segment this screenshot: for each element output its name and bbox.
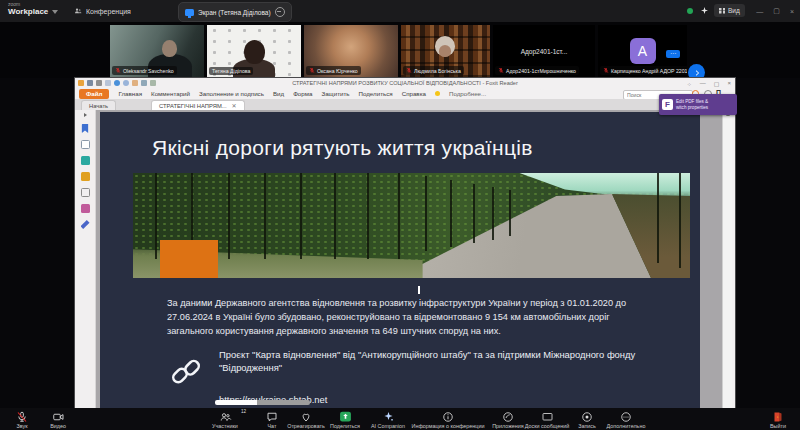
maximize-icon[interactable]: ▢: [773, 7, 780, 15]
video-tile[interactable]: Оксана Юрченко: [304, 25, 398, 77]
muted-mic-icon: [406, 67, 412, 74]
participant-name-plate: Карпищенко Андрій АДОР 2201: [600, 66, 687, 75]
screen-share-tab[interactable]: Экран (Тетяна Діділова): [178, 2, 292, 22]
file-menu-button[interactable]: Файл: [79, 89, 109, 99]
close-icon[interactable]: ×: [790, 8, 794, 15]
bookmarks-panel-icon[interactable]: [81, 124, 90, 133]
zoom-title-bar: zoom Workplace Конференция Экран (Тетяна…: [0, 0, 800, 23]
slide-paragraph: За даними Державного агентства відновлен…: [167, 296, 641, 338]
undo-icon[interactable]: [114, 80, 120, 86]
minimize-icon[interactable]: —: [756, 8, 763, 15]
road-photo: [133, 173, 690, 278]
mail-icon[interactable]: [105, 80, 111, 86]
participant-name: Оксана Юрченко: [317, 68, 358, 74]
record-label: Запись: [578, 423, 596, 429]
chevron-down-icon[interactable]: [52, 10, 58, 14]
restore-icon[interactable]: ▢: [714, 80, 720, 87]
window-controls: — ▢ ×: [756, 0, 794, 22]
menu-protect[interactable]: Защитить: [321, 90, 349, 97]
tile-more-options-button[interactable]: ⋯: [666, 50, 680, 58]
lightbulb-icon: [435, 91, 440, 96]
layout-icon[interactable]: ⁘: [687, 80, 692, 87]
menu-form[interactable]: Форма: [293, 90, 312, 97]
promo-text: Edit PDF files & witch properties: [676, 99, 708, 110]
heart-icon: [300, 411, 312, 423]
participants-button[interactable]: 12 Участники: [196, 410, 254, 429]
pdf-slide-page: Якісні дороги рятують життя українців За…: [100, 112, 700, 408]
vertical-scrollbar[interactable]: [722, 110, 732, 408]
collapse-arrow-icon[interactable]: [84, 113, 87, 117]
video-button[interactable]: Видео: [40, 410, 76, 429]
leave-button[interactable]: Выйти: [758, 410, 798, 429]
muted-mic-icon: [309, 67, 315, 74]
minimize-icon[interactable]: —: [700, 80, 706, 86]
sparkle-icon[interactable]: [701, 7, 708, 14]
menu-help[interactable]: Справка: [402, 90, 426, 97]
promo-line2: witch properties: [676, 105, 708, 110]
zoom-workplace-logo: zoom Workplace: [8, 2, 48, 16]
more-button[interactable]: Дополнительно: [602, 410, 650, 429]
video-tile[interactable]: Адор2401-1ст... Адор2401-1стМирошниченко: [493, 25, 595, 77]
video-tile-active-speaker[interactable]: Тетяна Діділова: [207, 25, 301, 77]
status-dot: [687, 8, 693, 14]
reactions-button-label: Отреагировать: [287, 423, 325, 429]
participants-icon: [219, 411, 232, 423]
video-tile[interactable]: Людмила Богінська: [401, 25, 490, 77]
participants-button-label: Участники: [212, 423, 238, 429]
meeting-info-button[interactable]: Информация о конференции: [410, 410, 486, 429]
open-icon[interactable]: [78, 80, 84, 86]
menu-home[interactable]: Главная: [118, 90, 142, 97]
whiteboard-icon: [541, 411, 554, 423]
meeting-info-label: Информация о конференции: [412, 423, 485, 429]
whiteboards-button[interactable]: Доски сообщений: [520, 410, 574, 429]
close-icon[interactable]: ×: [727, 80, 731, 86]
video-tile[interactable]: Oleksandr Savchenko: [110, 25, 204, 77]
muted-mic-icon: [498, 67, 504, 74]
more-hint-label[interactable]: Подробнее...: [449, 90, 486, 97]
window-title: СТРАТЕГІЧНІ НАПРЯМИ РОЗВИТКУ СОЦІАЛЬНОЇ …: [75, 78, 735, 88]
attachments-panel-icon[interactable]: [81, 188, 90, 197]
promo-popup[interactable]: F Edit PDF files & witch properties: [659, 94, 737, 115]
people-icon: [74, 7, 82, 15]
page-view-icon[interactable]: [150, 80, 156, 86]
slide-link-text: Проєкт "Карта відновлення" від "Антикору…: [219, 348, 661, 374]
participant-name: Тетяна Діділова: [212, 68, 250, 74]
redo-icon[interactable]: [123, 80, 129, 86]
chat-button-label: Чат: [268, 423, 277, 429]
menu-fill-sign[interactable]: Заполнение и подпись: [199, 90, 264, 97]
info-icon: [442, 411, 454, 423]
participants-count-badge: 12: [241, 410, 246, 415]
ai-companion-button[interactable]: AI Companion: [362, 410, 414, 429]
muted-mic-icon: [115, 67, 121, 74]
pages-panel-icon[interactable]: [81, 140, 90, 149]
view-button[interactable]: Вид: [714, 4, 745, 17]
screen-share-tab-label: Экран (Тетяна Діділова): [198, 9, 271, 16]
menu-view[interactable]: Вид: [273, 90, 284, 97]
ai-companion-label: AI Companion: [371, 423, 405, 429]
camera-icon: [52, 411, 65, 423]
hand-tool-icon[interactable]: [132, 80, 138, 86]
stamps-panel-icon[interactable]: [81, 204, 90, 213]
signature-panel-icon[interactable]: [81, 220, 90, 229]
grid-view-icon: [719, 8, 725, 14]
snapshot-icon[interactable]: [141, 80, 147, 86]
print-icon[interactable]: [96, 80, 102, 86]
quick-access-toolbar: [78, 80, 156, 86]
menu-comment[interactable]: Комментарий: [151, 90, 190, 97]
comments-panel-icon[interactable]: [81, 156, 90, 165]
record-button[interactable]: Запись: [568, 410, 606, 429]
save-icon[interactable]: [87, 80, 93, 86]
monitor-icon: [185, 9, 194, 16]
audio-button[interactable]: Звук: [4, 410, 40, 429]
participant-name: Oleksandr Savchenko: [123, 68, 174, 74]
remove-pin-icon[interactable]: [275, 7, 285, 17]
whiteboards-label: Доски сообщений: [525, 423, 569, 429]
scroll-indicator[interactable]: [215, 400, 310, 405]
zoom-meeting-screen: zoom Workplace Конференция Экран (Тетяна…: [0, 0, 800, 430]
menu-share[interactable]: Поделиться: [359, 90, 393, 97]
view-button-label: Вид: [728, 7, 740, 14]
microphone-muted-icon: [16, 411, 28, 423]
navigation-panel: [75, 110, 96, 408]
meeting-tab[interactable]: Конференция: [70, 3, 135, 19]
layers-panel-icon[interactable]: [81, 172, 90, 181]
